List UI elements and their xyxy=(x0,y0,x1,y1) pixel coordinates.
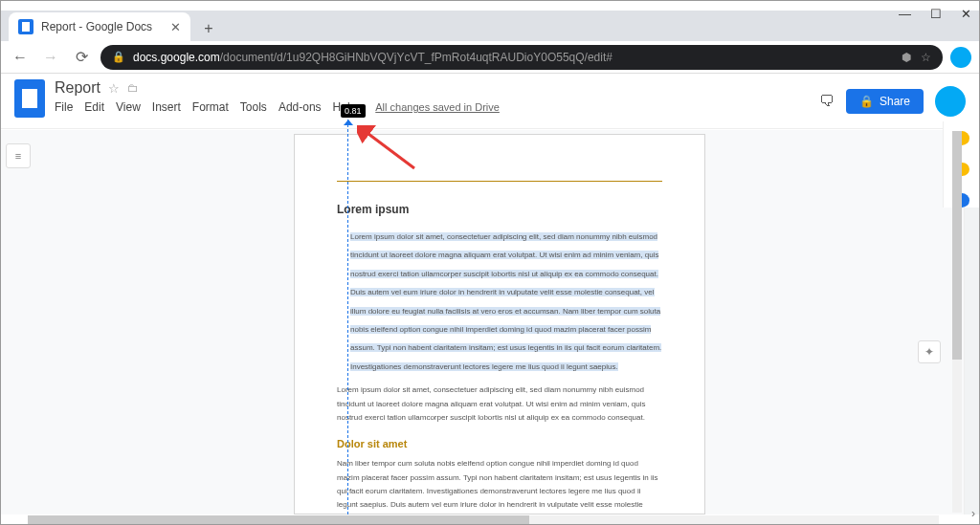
heading-1[interactable]: Lorem ipsum xyxy=(337,203,662,216)
forward-button[interactable]: → xyxy=(39,46,62,69)
share-button[interactable]: 🔒 Share xyxy=(846,89,924,114)
horizontal-scrollbar[interactable] xyxy=(28,515,939,524)
heading-2[interactable]: Dolor sit amet xyxy=(337,438,662,449)
new-tab-button[interactable]: + xyxy=(196,16,221,41)
window-maximize[interactable]: ☐ xyxy=(930,7,942,21)
svg-line-1 xyxy=(365,131,414,168)
menu-tools[interactable]: Tools xyxy=(240,100,267,114)
url-host: docs.google.com xyxy=(133,51,220,64)
paragraph-selected[interactable]: Lorem ipsum dolor sit amet, consectetuer… xyxy=(350,232,661,371)
extension-icon[interactable]: ⬢ xyxy=(902,51,911,64)
scrollbar-thumb[interactable] xyxy=(952,131,962,360)
menu-file[interactable]: File xyxy=(55,100,73,114)
menu-view[interactable]: View xyxy=(116,100,141,114)
reload-button[interactable]: ⟳ xyxy=(70,46,93,69)
side-panel-toggle[interactable]: › xyxy=(971,507,975,520)
explore-button[interactable]: ✦ xyxy=(918,340,941,363)
menu-addons[interactable]: Add-ons xyxy=(278,100,322,114)
profile-avatar[interactable] xyxy=(950,47,971,68)
menu-insert[interactable]: Insert xyxy=(152,100,181,114)
indent-tooltip: 0.81 xyxy=(341,104,366,118)
docs-favicon xyxy=(18,19,33,34)
document-workspace: ≡ Lorem ipsum Lorem ipsum dolor sit amet… xyxy=(1,130,964,514)
document-title[interactable]: Report xyxy=(55,79,100,97)
paragraph[interactable]: Lorem ipsum dolor sit amet, consectetuer… xyxy=(337,383,662,425)
window-close[interactable]: ✕ xyxy=(961,7,971,21)
indent-marker[interactable] xyxy=(344,120,353,127)
lock-icon: 🔒 xyxy=(112,51,125,63)
star-icon[interactable]: ☆ xyxy=(108,81,120,96)
url-path: /document/d/1u92QH8GiHNbVQVjYcVT_fPmRot4… xyxy=(220,51,612,64)
address-bar[interactable]: 🔒 docs.google.com/document/d/1u92QH8GiHN… xyxy=(100,45,943,70)
comments-icon[interactable]: 🗨 xyxy=(819,93,835,110)
back-button[interactable]: ← xyxy=(9,46,32,69)
window-minimize[interactable]: — xyxy=(899,7,911,21)
browser-tab[interactable]: Report - Google Docs ✕ xyxy=(9,12,190,41)
bookmark-star-icon[interactable]: ☆ xyxy=(921,51,931,64)
browser-tabstrip: Report - Google Docs ✕ + xyxy=(1,11,979,41)
save-status[interactable]: All changes saved in Drive xyxy=(375,101,500,113)
document-canvas[interactable]: Lorem ipsum Lorem ipsum dolor sit amet, … xyxy=(35,130,964,514)
menu-bar: File Edit View Insert Format Tools Add-o… xyxy=(55,100,819,114)
paragraph[interactable]: Nam liber tempor cum soluta nobis eleife… xyxy=(337,457,662,514)
docs-header: Report ☆ 🗀 File Edit View Insert Format … xyxy=(1,74,979,129)
share-lock-icon: 🔒 xyxy=(859,95,874,108)
share-label: Share xyxy=(880,95,910,108)
scrollbar-thumb[interactable] xyxy=(28,515,529,524)
move-folder-icon[interactable]: 🗀 xyxy=(127,81,139,95)
annotation-arrow xyxy=(357,125,424,178)
vertical-scrollbar[interactable] xyxy=(952,131,962,513)
docs-logo[interactable] xyxy=(14,79,45,118)
outline-toggle-button[interactable]: ≡ xyxy=(6,143,31,168)
title-rule xyxy=(337,181,662,182)
menu-edit[interactable]: Edit xyxy=(84,100,104,114)
account-avatar[interactable] xyxy=(935,86,966,117)
document-page[interactable]: Lorem ipsum Lorem ipsum dolor sit amet, … xyxy=(294,134,705,514)
browser-toolbar: ← → ⟳ 🔒 docs.google.com/document/d/1u92Q… xyxy=(1,41,979,74)
indent-guide-line xyxy=(347,120,348,514)
tab-title: Report - Google Docs xyxy=(41,20,152,33)
tab-close-icon[interactable]: ✕ xyxy=(170,20,181,34)
menu-format[interactable]: Format xyxy=(192,100,229,114)
